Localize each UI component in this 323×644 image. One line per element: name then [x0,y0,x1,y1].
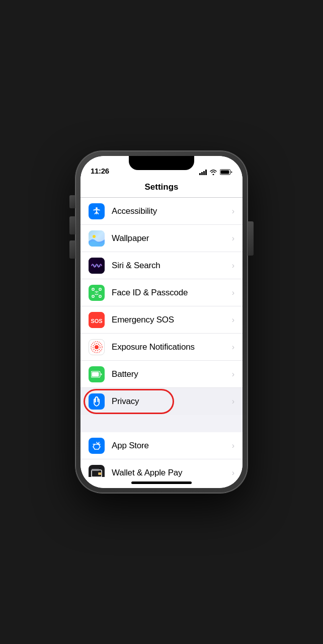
svg-point-15 [95,345,99,349]
sos-label: Emergency SOS [112,315,228,325]
svg-rect-19 [92,372,99,376]
wallpaper-label: Wallpaper [112,233,228,244]
siri-icon [89,258,105,274]
appstore-icon-wrapper [89,438,105,454]
volume-down-button[interactable] [69,240,75,259]
chevron-icon: › [232,234,234,243]
wallet-label: Wallet & Apple Pay [112,468,228,477]
battery-icon-wrapper [89,366,105,382]
battery-icon [220,169,232,175]
chevron-icon: › [232,397,234,406]
svg-point-2 [96,207,98,209]
wallpaper-icon-wrapper [89,230,105,247]
appstore-label: App Store [112,441,228,451]
privacy-icon-wrapper [89,393,105,410]
svg-point-4 [93,235,96,238]
settings-row-appstore[interactable]: App Store › [80,432,243,459]
notch [129,156,194,170]
wallpaper-icon [89,230,105,247]
settings-row-siri[interactable]: Siri & Search › [80,252,243,279]
chevron-icon: › [232,468,234,477]
chevron-icon: › [232,315,234,325]
settings-row-privacy[interactable]: Privacy › [80,388,243,415]
silent-switch[interactable] [69,195,75,208]
wifi-icon [209,169,217,175]
svg-text:SOS: SOS [91,318,102,324]
status-icons [199,169,232,175]
accessibility-icon-wrapper [89,203,105,219]
status-time: 11:26 [91,167,109,175]
exposure-icon [90,340,104,354]
nav-bar: Settings [80,178,243,198]
page-title: Settings [144,182,178,192]
settings-row-exposure[interactable]: Exposure Notifications › [80,334,243,361]
chevron-icon: › [232,207,234,216]
power-button[interactable] [248,221,254,256]
svg-rect-21 [92,469,99,471]
faceid-icon [91,287,102,298]
exposure-icon-wrapper [89,339,105,355]
settings-row-accessibility[interactable]: Accessibility › [80,198,243,225]
svg-rect-8 [92,295,94,297]
svg-rect-7 [99,288,101,290]
accessibility-label: Accessibility [112,206,228,216]
settings-row-sos[interactable]: SOS Emergency SOS › [80,306,243,334]
settings-section-1: Accessibility › [80,198,243,415]
svg-rect-1 [221,171,229,174]
battery-label: Battery [112,369,228,379]
chevron-icon: › [232,441,234,450]
accessibility-icon [92,206,102,216]
settings-row-faceid[interactable]: Face ID & Passcode › [80,279,243,306]
exposure-label: Exposure Notifications [112,342,228,352]
settings-section-2: App Store › Wallet [80,432,243,477]
privacy-icon [92,396,102,407]
svg-point-23 [99,473,101,474]
faceid-icon-wrapper [89,285,105,301]
home-bar [131,481,192,484]
signal-icon [199,170,207,175]
sos-icon: SOS [89,312,105,328]
settings-row-wallpaper[interactable]: Wallpaper › [80,225,243,252]
svg-point-10 [95,291,96,292]
privacy-label: Privacy [112,396,228,407]
home-indicator [80,477,243,488]
faceid-label: Face ID & Passcode [112,288,228,298]
section-separator-1 [80,415,243,432]
appstore-icon [91,440,102,451]
siri-icon-wrapper [89,258,105,274]
settings-list[interactable]: Accessibility › [80,198,243,477]
chevron-icon: › [232,343,234,352]
wallet-icon [91,468,102,477]
settings-row-battery[interactable]: Battery › [80,361,243,388]
battery-setting-icon [91,371,102,378]
chevron-icon: › [232,370,234,379]
settings-row-wallet[interactable]: Wallet & Apple Pay › [80,459,243,477]
chevron-icon: › [232,261,234,270]
screen-content: 11:26 [80,156,243,488]
chevron-icon: › [232,288,234,297]
svg-rect-6 [92,288,94,290]
wallet-icon-wrapper [89,465,105,477]
phone-frame: 11:26 [75,151,248,493]
phone-screen: 11:26 [80,156,243,488]
svg-point-11 [98,291,99,292]
svg-rect-9 [99,295,101,297]
volume-up-button[interactable] [69,216,75,234]
siri-label: Siri & Search [112,261,228,271]
sos-icon-wrapper: SOS [89,312,105,328]
